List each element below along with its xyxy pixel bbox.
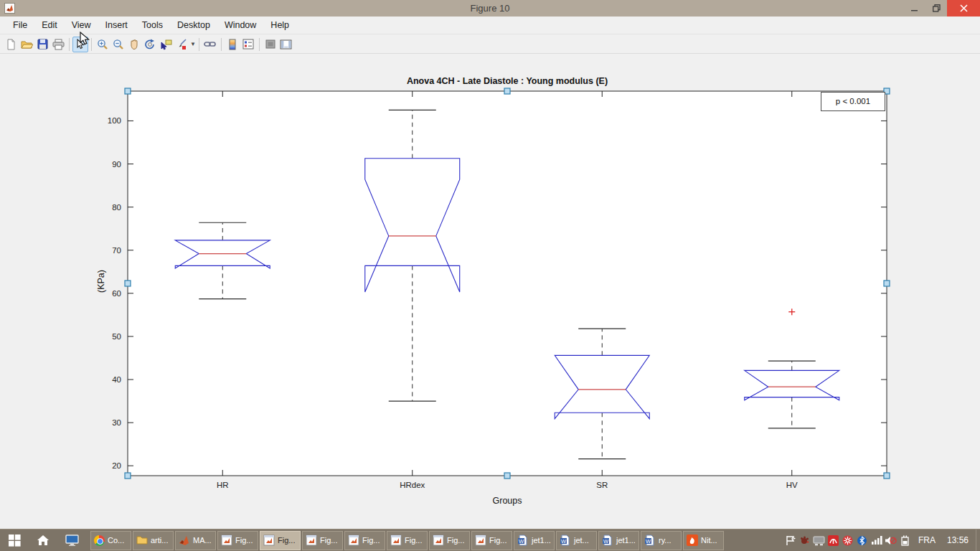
- restore-button[interactable]: [925, 0, 947, 17]
- menu-file[interactable]: File: [6, 18, 34, 32]
- taskbar-button-nitro[interactable]: Nit...: [683, 531, 724, 550]
- y-tick-label: 20: [112, 461, 121, 470]
- taskbar-button-figure[interactable]: Fig...: [429, 531, 470, 550]
- rotate-3d-button[interactable]: [142, 37, 158, 52]
- taskbar-button-word[interactable]: Wry...: [641, 531, 682, 550]
- taskbar-button-word[interactable]: Wjet1...: [598, 531, 639, 550]
- menu-view[interactable]: View: [65, 18, 98, 32]
- menu-tools[interactable]: Tools: [135, 18, 170, 32]
- svg-text:W: W: [561, 538, 567, 545]
- pointer-tool-button[interactable]: [72, 37, 88, 52]
- show-plot-tools-button[interactable]: [278, 37, 294, 52]
- x-tick-label: HV: [786, 481, 798, 489]
- y-tick-label: 80: [112, 203, 121, 212]
- selection-handle[interactable]: [884, 281, 890, 286]
- volume-muted-icon[interactable]: [884, 529, 898, 551]
- taskbar-button-label: Fig...: [362, 536, 380, 545]
- clock[interactable]: 13:56: [941, 535, 974, 545]
- save-button[interactable]: [34, 37, 50, 52]
- menu-window[interactable]: Window: [217, 18, 263, 32]
- tablet-driver-icon[interactable]: [798, 529, 812, 551]
- print-button[interactable]: [50, 37, 66, 52]
- menu-help[interactable]: Help: [263, 18, 296, 32]
- action-center-flag-icon[interactable]: [783, 529, 798, 551]
- taskbar-button-figure[interactable]: Fig...: [387, 531, 428, 550]
- figure-window-icon: [221, 534, 232, 546]
- start-button[interactable]: [0, 529, 29, 551]
- taskbar-button-word[interactable]: Wjet1...: [514, 531, 555, 550]
- svg-text:W: W: [646, 538, 651, 545]
- p-value-annotation[interactable]: p < 0.001: [821, 92, 885, 111]
- taskbar-button-figure[interactable]: Fig...: [344, 531, 385, 550]
- taskbar-button-label: Fig...: [278, 536, 295, 545]
- brush-tool-button[interactable]: [174, 37, 189, 52]
- bluetooth-icon[interactable]: [855, 529, 870, 551]
- taskbar-button-label: jet...: [574, 536, 589, 545]
- insert-colorbar-button[interactable]: [225, 37, 240, 52]
- show-desktop-button[interactable]: [976, 529, 980, 551]
- y-axis-label: (KPa): [96, 256, 106, 306]
- axes-box: [128, 91, 887, 476]
- menu-insert[interactable]: Insert: [98, 18, 135, 32]
- title-bar[interactable]: Figure 10: [0, 0, 980, 17]
- brush-dropdown-arrow[interactable]: ▼: [190, 41, 196, 47]
- chrome-icon: [94, 535, 105, 546]
- selection-handle[interactable]: [504, 88, 510, 94]
- boxplot-canvas[interactable]: 2030405060708090100HRHRdexSRHV: [0, 54, 980, 529]
- word-doc-icon: W: [560, 534, 571, 546]
- taskbar-button-label: Fig...: [489, 536, 507, 545]
- y-tick-label: 100: [108, 116, 121, 125]
- taskbar-button-figure[interactable]: Fig...: [302, 531, 343, 550]
- selection-handle[interactable]: [125, 473, 131, 479]
- hide-plot-tools-button[interactable]: [263, 37, 278, 52]
- selection-handle[interactable]: [504, 473, 510, 479]
- zoom-out-button[interactable]: [110, 37, 126, 52]
- new-figure-button[interactable]: [3, 37, 19, 52]
- language-indicator[interactable]: FRA: [913, 535, 941, 545]
- taskbar-button-chrome[interactable]: Co...: [90, 531, 131, 550]
- taskbar-button-matlab[interactable]: MA...: [175, 531, 216, 550]
- menu-desktop[interactable]: Desktop: [170, 18, 217, 32]
- toolbar: ▼: [0, 35, 980, 54]
- x-tick-label: SR: [596, 481, 608, 489]
- home-pinned-button[interactable]: [29, 529, 57, 551]
- taskbar-button-figure[interactable]: Fig...: [260, 531, 301, 550]
- minimize-button[interactable]: [904, 0, 925, 17]
- antivirus-icon[interactable]: [826, 529, 841, 551]
- close-button[interactable]: [947, 0, 980, 17]
- red-wheel-icon[interactable]: [841, 529, 855, 551]
- taskbar-button-label: Fig...: [405, 536, 422, 545]
- open-file-button[interactable]: [19, 37, 34, 52]
- battery-icon[interactable]: [898, 529, 913, 551]
- menu-edit[interactable]: Edit: [34, 18, 65, 32]
- taskbar-button-figure[interactable]: Fig...: [217, 531, 258, 550]
- taskbar-button-label: jet1...: [532, 536, 551, 545]
- selection-handle[interactable]: [884, 473, 890, 479]
- taskbar-button-label: arti...: [151, 536, 168, 545]
- matlab-icon: [179, 534, 190, 546]
- data-cursor-button[interactable]: [158, 37, 174, 52]
- figure-window-icon: [263, 534, 275, 546]
- word-doc-icon: W: [602, 534, 613, 546]
- network-signal-icon[interactable]: [870, 529, 884, 551]
- link-plot-button[interactable]: [202, 37, 218, 52]
- taskbar-button-figure[interactable]: Fig...: [471, 531, 512, 550]
- plot-title: Anova 4CH - Late Diastole : Young modulu…: [128, 76, 887, 86]
- taskbar-button-label: MA...: [193, 536, 212, 545]
- insert-legend-button[interactable]: [240, 37, 256, 52]
- y-tick-label: 60: [112, 289, 121, 298]
- figure-canvas: 2030405060708090100HRHRdexSRHV Anova 4CH…: [0, 54, 980, 529]
- taskbar-button-folder[interactable]: arti...: [133, 531, 174, 550]
- taskbar-button-word[interactable]: Wjet...: [556, 531, 597, 550]
- x-tick-label: HRdex: [400, 481, 425, 489]
- selection-handle[interactable]: [125, 88, 131, 94]
- selection-handle[interactable]: [125, 281, 131, 286]
- pan-tool-button[interactable]: [126, 37, 142, 52]
- display-pinned-button[interactable]: [57, 529, 86, 551]
- x-tick-label: HR: [217, 481, 229, 489]
- task-buttons: Co...arti...MA...Fig...Fig...Fig...Fig..…: [90, 529, 725, 551]
- taskbar-button-label: Co...: [108, 536, 124, 545]
- figure-window-icon: [433, 534, 444, 546]
- docking-display-icon[interactable]: [812, 529, 826, 551]
- zoom-in-button[interactable]: [95, 37, 110, 52]
